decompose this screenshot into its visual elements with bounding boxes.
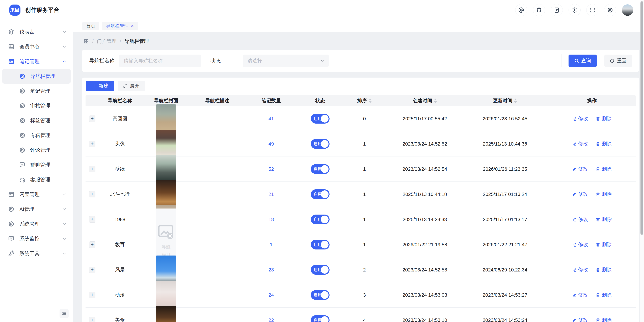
note-count-link[interactable]: 41 (268, 116, 274, 121)
sidebar-subitem-2-7[interactable]: 客服管理 (2, 172, 70, 187)
status-toggle[interactable]: 启用 (311, 265, 330, 275)
sidebar-subitem-2-6[interactable]: 群聊管理 (2, 157, 70, 172)
page-scrollbar-track[interactable] (640, 0, 644, 322)
nav-name-input[interactable] (119, 55, 201, 67)
delete-button[interactable]: 删除 (596, 292, 612, 298)
breadcrumb-separator: / (120, 39, 121, 44)
sidebar-item-2[interactable]: 笔记管理 (0, 54, 73, 69)
column-header-5[interactable]: 排序 (341, 97, 388, 104)
expand-row-button[interactable]: + (89, 166, 96, 172)
status-select[interactable]: 请选择 (243, 55, 329, 67)
sort-icon[interactable] (434, 99, 437, 103)
delete-button[interactable]: 删除 (596, 266, 612, 273)
status-toggle[interactable]: 启用 (311, 139, 330, 149)
tab-0[interactable]: 首页 (82, 22, 99, 30)
sidebar-subitem-2-3[interactable]: 标签管理 (2, 113, 70, 128)
status-toggle[interactable]: 启用 (311, 189, 330, 199)
collapse-sidebar-button[interactable] (60, 309, 68, 318)
delete-button[interactable]: 删除 (596, 317, 612, 322)
close-icon[interactable]: ✕ (131, 24, 134, 28)
sidebar-item-3[interactable]: 闲宝管理 (0, 187, 73, 202)
delete-button[interactable]: 删除 (596, 115, 612, 122)
note-count-link[interactable]: 18 (268, 217, 274, 222)
delete-button[interactable]: 删除 (596, 216, 612, 223)
cover-image[interactable] (156, 281, 176, 309)
edit-button[interactable]: 修改 (572, 166, 588, 172)
grid-icon[interactable] (84, 39, 89, 44)
filter-panel: 导航栏名称 状态 请选择 查询 (82, 50, 639, 72)
status-toggle[interactable]: 启用 (311, 164, 330, 174)
note-count-link[interactable]: 49 (268, 141, 274, 147)
delete-button[interactable]: 删除 (596, 191, 612, 198)
delete-button[interactable]: 删除 (596, 141, 612, 147)
github-button[interactable] (533, 4, 545, 16)
sidebar-subitem-2-4[interactable]: 专辑管理 (2, 128, 70, 143)
expand-row-button[interactable]: + (89, 267, 96, 273)
expand-row-button[interactable]: + (89, 191, 96, 197)
note-count-link[interactable]: 23 (268, 267, 274, 272)
sidebar-item-5[interactable]: 系统管理 (0, 217, 73, 231)
edit-button[interactable]: 修改 (572, 241, 588, 248)
sidebar-subitem-2-2[interactable]: 审核管理 (2, 98, 70, 113)
sidebar-item-4[interactable]: AI管理 (0, 202, 73, 217)
trash-icon (596, 293, 600, 297)
edit-button[interactable]: 修改 (572, 317, 588, 322)
note-count-link[interactable]: 21 (268, 192, 274, 197)
sidebar-subitem-2-1[interactable]: 笔记管理 (2, 84, 70, 98)
expand-row-button[interactable]: + (89, 292, 96, 298)
status-toggle[interactable]: 启用 (311, 114, 330, 124)
note-count-link[interactable]: 22 (268, 317, 274, 322)
note-count-link[interactable]: 24 (268, 292, 274, 298)
cover-image[interactable] (156, 306, 176, 322)
breadcrumb-item[interactable]: 门户管理 (97, 38, 116, 45)
edit-button[interactable]: 修改 (572, 141, 588, 147)
cover-image[interactable] (156, 130, 176, 158)
sidebar-item-1[interactable]: 会员中心 (0, 39, 73, 54)
fullscreen-button[interactable] (586, 4, 598, 16)
theme-button[interactable] (568, 4, 580, 16)
gitee-button[interactable] (515, 4, 527, 16)
cover-image[interactable] (156, 104, 176, 133)
expand-row-button[interactable]: + (89, 317, 96, 322)
gear-icon (19, 147, 26, 153)
document-button[interactable] (551, 4, 563, 16)
table-row-1: + 头像 49 启用 1 2023/03/24 14:52:52 2025/11… (86, 131, 636, 156)
sidebar-item-7[interactable]: 系统工具 (0, 246, 73, 261)
expand-row-button[interactable]: + (89, 241, 96, 248)
cover-image[interactable] (156, 255, 176, 284)
edit-button[interactable]: 修改 (572, 266, 588, 273)
edit-button[interactable]: 修改 (572, 216, 588, 223)
edit-button[interactable]: 修改 (572, 191, 588, 198)
edit-button[interactable]: 修改 (572, 115, 588, 122)
sidebar-subitem-2-0[interactable]: 导航栏管理 (2, 69, 70, 84)
tab-1[interactable]: 导航栏管理 ✕ (102, 22, 138, 30)
status-toggle[interactable]: 启用 (311, 215, 330, 224)
status-toggle[interactable]: 启用 (311, 315, 330, 322)
delete-button[interactable]: 删除 (596, 166, 612, 172)
page-scrollbar-thumb[interactable] (640, 1, 643, 235)
sort-icon[interactable] (368, 99, 372, 103)
user-avatar[interactable] (622, 4, 633, 16)
expand-row-button[interactable]: + (89, 216, 96, 223)
edit-button[interactable]: 修改 (572, 292, 588, 298)
expand-row-button[interactable]: + (89, 116, 96, 122)
cover-image[interactable] (156, 155, 176, 183)
note-count-link[interactable]: 52 (268, 166, 274, 172)
status-toggle[interactable]: 启用 (311, 240, 330, 249)
expand-row-button[interactable]: + (89, 141, 96, 147)
reset-button[interactable]: 重置 (604, 55, 632, 67)
status-toggle[interactable]: 启用 (311, 290, 330, 300)
create-button[interactable]: 新建 (86, 81, 114, 91)
sort-icon[interactable] (514, 99, 517, 103)
column-header-7[interactable]: 更新时间 (462, 97, 548, 104)
column-header-6[interactable]: 创建时间 (388, 97, 462, 104)
cover-image[interactable] (156, 180, 176, 208)
search-button[interactable]: 查询 (568, 55, 597, 67)
sidebar-item-0[interactable]: 仪表盘 (0, 25, 73, 39)
delete-button[interactable]: 删除 (596, 241, 612, 248)
expand-all-button[interactable]: 展开 (118, 81, 145, 91)
note-count-link[interactable]: 1 (270, 242, 272, 247)
sidebar-item-6[interactable]: 系统监控 (0, 231, 73, 246)
settings-button[interactable] (604, 4, 616, 16)
sidebar-subitem-2-5[interactable]: 评论管理 (2, 143, 70, 157)
